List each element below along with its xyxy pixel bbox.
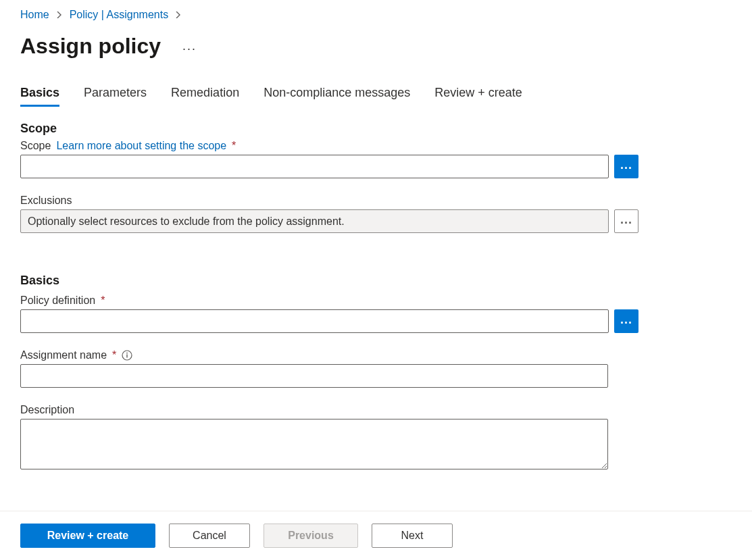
svg-rect-2 [127, 355, 128, 358]
description-input[interactable] [20, 419, 608, 469]
basics-heading: Basics [20, 274, 638, 288]
description-label: Description [20, 404, 74, 416]
scope-input[interactable] [20, 155, 609, 178]
wizard-footer: Review + create Cancel Previous Next [0, 511, 752, 560]
page-title: Assign policy [20, 34, 161, 59]
required-asterisk: * [232, 140, 236, 152]
policy-definition-picker-button[interactable]: ... [614, 309, 638, 333]
previous-button: Previous [264, 524, 358, 548]
scope-picker-button[interactable]: ... [614, 155, 638, 178]
exclusions-picker-button[interactable]: ... [614, 209, 638, 233]
tab-noncompliance[interactable]: Non-compliance messages [264, 86, 410, 107]
cancel-button[interactable]: Cancel [169, 524, 250, 548]
policy-definition-input[interactable] [20, 309, 609, 333]
scope-label: Scope [20, 140, 51, 152]
review-create-button[interactable]: Review + create [20, 524, 155, 548]
assignment-name-label: Assignment name [20, 349, 107, 361]
assignment-name-input[interactable] [20, 364, 608, 388]
breadcrumb-policy-assignments[interactable]: Policy | Assignments [70, 8, 168, 22]
scope-heading: Scope [20, 122, 638, 136]
exclusions-display: Optionally select resources to exclude f… [20, 209, 609, 233]
next-button[interactable]: Next [372, 524, 453, 548]
exclusions-label: Exclusions [20, 195, 72, 207]
tab-parameters[interactable]: Parameters [84, 86, 147, 107]
breadcrumb: Home Policy | Assignments [20, 8, 732, 22]
tab-remediation[interactable]: Remediation [171, 86, 239, 107]
scope-learn-more-link[interactable]: Learn more about setting the scope [56, 140, 226, 152]
tab-review-create[interactable]: Review + create [434, 86, 522, 107]
chevron-right-icon [175, 11, 182, 18]
svg-point-1 [126, 353, 128, 354]
tab-bar: Basics Parameters Remediation Non-compli… [20, 86, 732, 107]
policy-definition-label: Policy definition [20, 295, 95, 307]
info-icon[interactable] [122, 350, 132, 361]
required-asterisk: * [101, 295, 105, 307]
tab-basics[interactable]: Basics [20, 86, 59, 107]
required-asterisk: * [112, 349, 116, 361]
chevron-right-icon [56, 11, 63, 18]
breadcrumb-home[interactable]: Home [20, 8, 49, 22]
more-actions-button[interactable]: ... [180, 36, 199, 56]
